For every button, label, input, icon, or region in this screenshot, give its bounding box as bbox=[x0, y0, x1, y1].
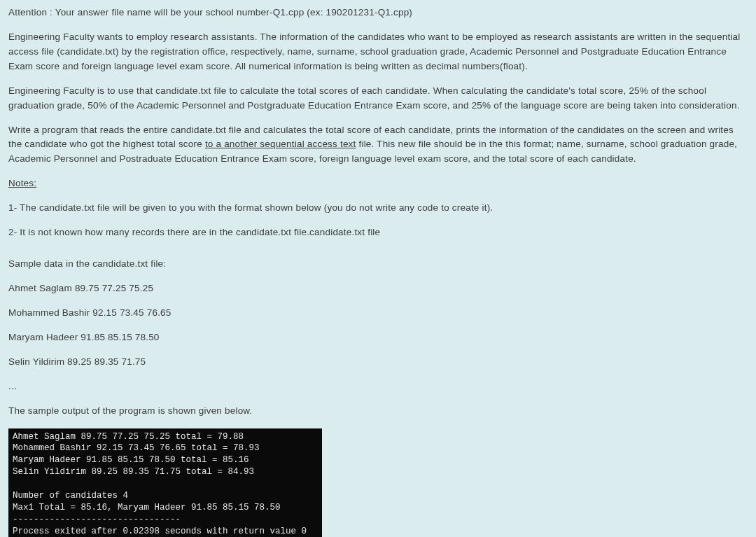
note-2: 2- It is not known how many records ther… bbox=[8, 225, 748, 240]
note-1: 1- The candidate.txt file will be given … bbox=[8, 201, 748, 216]
sample-line-2: Mohammed Bashir 92.15 73.45 76.65 bbox=[8, 306, 748, 321]
sample-line-1: Ahmet Saglam 89.75 77.25 75.25 bbox=[8, 281, 748, 296]
console-output: Ahmet Saglam 89.75 77.25 75.25 total = 7… bbox=[8, 428, 322, 537]
paragraph-scoring: Engineering Faculty is to use that candi… bbox=[8, 84, 748, 113]
sample-data-heading: Sample data in the candidate.txt file: bbox=[8, 257, 748, 272]
output-heading: The sample output of the program is show… bbox=[8, 404, 748, 419]
sample-line-ellipsis: ... bbox=[8, 379, 748, 394]
sample-line-3: Maryam Hadeer 91.85 85.15 78.50 bbox=[8, 330, 748, 345]
document-body: Attention : Your answer file name will b… bbox=[0, 0, 756, 537]
notes-heading: Notes: bbox=[8, 176, 748, 191]
task-underlined: to a another sequential access text bbox=[205, 139, 356, 149]
sample-line-4: Selin Yildirim 89.25 89.35 71.75 bbox=[8, 355, 748, 370]
paragraph-task: Write a program that reads the entire ca… bbox=[8, 123, 748, 167]
attention-line: Attention : Your answer file name will b… bbox=[8, 6, 748, 20]
paragraph-intro: Engineering Faculty wants to employ rese… bbox=[8, 30, 748, 74]
notes-label: Notes: bbox=[8, 178, 36, 188]
